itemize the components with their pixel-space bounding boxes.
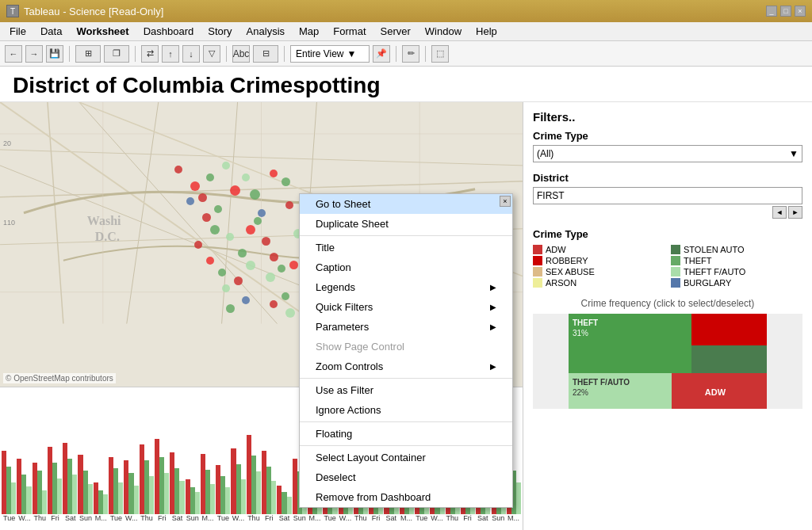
view-size-button[interactable]: ⊟ xyxy=(253,45,278,63)
ctx-ignore-actions[interactable]: Ignore Actions xyxy=(300,400,512,420)
day-label: Thu xyxy=(139,514,154,522)
bar-segment xyxy=(57,479,62,514)
app-icon: T xyxy=(6,5,19,17)
legend-title: Crime Type xyxy=(533,228,802,240)
crime-type-dropdown[interactable]: (All) ▼ xyxy=(533,145,802,162)
ctx-caption[interactable]: Caption xyxy=(300,257,512,277)
bar-group xyxy=(94,482,108,514)
ctx-deselect[interactable]: Deselect xyxy=(300,467,512,487)
ctx-legends[interactable]: Legends ▶ xyxy=(300,277,512,297)
ctx-remove-from-dashboard[interactable]: Remove from Dashboard xyxy=(300,487,512,507)
ctx-floating[interactable]: Floating xyxy=(300,424,512,444)
ctx-title[interactable]: Title xyxy=(300,238,512,257)
crime-dot xyxy=(222,284,230,292)
legend-label: ARSON xyxy=(546,278,576,288)
ctx-legends-label: Legends xyxy=(316,281,355,293)
ctx-legends-arrow: ▶ xyxy=(490,283,496,292)
ctx-zoom-controls-label: Zoom Controls xyxy=(316,360,383,372)
district-input[interactable]: FIRST xyxy=(533,187,802,204)
pin-button[interactable]: 📌 xyxy=(373,45,390,63)
ctx-quick-filters[interactable]: Quick Filters ▶ xyxy=(300,297,512,317)
district-value: FIRST xyxy=(537,190,565,201)
window-title: Tableau - Science [Read-Only] xyxy=(24,6,163,17)
menu-analysis[interactable]: Analysis xyxy=(240,24,291,39)
svg-line-3 xyxy=(127,102,159,324)
ctx-duplicate-sheet[interactable]: Duplicate Sheet xyxy=(300,214,512,234)
day-label: Thu xyxy=(445,514,460,522)
menu-format[interactable]: Format xyxy=(327,24,372,39)
crime-dot xyxy=(206,173,214,181)
menu-worksheet[interactable]: Worksheet xyxy=(70,24,135,39)
svg-text:THEFT: THEFT xyxy=(573,318,598,327)
sep6 xyxy=(425,46,426,62)
view-dropdown[interactable]: Entire View ▼ xyxy=(290,45,370,63)
day-label: Sun xyxy=(491,514,506,522)
menu-window[interactable]: Window xyxy=(419,24,468,39)
day-label: Fri xyxy=(460,514,475,522)
label-button[interactable]: Abc xyxy=(232,45,250,63)
legend-label: SEX ABUSE xyxy=(546,267,595,276)
menu-help[interactable]: Help xyxy=(469,24,504,39)
scroll-prev-button[interactable]: ◄ xyxy=(772,206,787,219)
day-label: W... xyxy=(429,514,444,522)
back-button[interactable]: ← xyxy=(5,45,22,63)
window-controls: _ □ × xyxy=(766,6,806,17)
crime-dot xyxy=(198,193,207,202)
bar-segment xyxy=(134,486,139,514)
filter-button[interactable]: ▽ xyxy=(203,45,220,63)
crime-dot xyxy=(202,213,211,222)
new-worksheet-button[interactable]: ⊞ xyxy=(75,45,101,63)
day-label: Sun xyxy=(78,514,93,522)
menu-data[interactable]: Data xyxy=(34,24,68,39)
svg-text:31%: 31% xyxy=(573,329,588,337)
edit-button[interactable]: ✏ xyxy=(402,45,419,63)
forward-button[interactable]: → xyxy=(25,45,43,63)
treemap-robbery[interactable] xyxy=(691,314,767,345)
day-label: Sat xyxy=(170,514,185,522)
minimize-button[interactable]: _ xyxy=(766,6,777,17)
ctx-parameters[interactable]: Parameters ▶ xyxy=(300,317,512,337)
swap-button[interactable]: ⇄ xyxy=(141,45,159,63)
sort-asc-button[interactable]: ↑ xyxy=(162,45,179,63)
district-label: District xyxy=(533,172,802,184)
close-button[interactable]: × xyxy=(795,6,806,17)
ctx-use-as-filter[interactable]: Use as Filter xyxy=(300,380,512,400)
crime-dot xyxy=(190,181,200,191)
save-button[interactable]: 💾 xyxy=(46,45,63,63)
menu-dashboard[interactable]: Dashboard xyxy=(137,24,201,39)
bar-segment xyxy=(88,484,93,514)
treemap-stolen-auto[interactable] xyxy=(691,345,767,373)
bar-segment xyxy=(164,473,169,514)
bar-segment xyxy=(225,487,230,514)
bar-segment xyxy=(42,490,47,514)
legend-color-burglary xyxy=(671,278,680,288)
menu-map[interactable]: Map xyxy=(293,24,325,39)
menu-server[interactable]: Server xyxy=(374,24,417,39)
legend-item: SEX ABUSE xyxy=(533,267,665,276)
ctx-zoom-controls[interactable]: Zoom Controls ▶ xyxy=(300,357,512,376)
bar-group xyxy=(124,460,138,514)
treemap[interactable]: THEFT 31% THEFT F/AUTO 22% ADW xyxy=(533,314,802,409)
day-label: M... xyxy=(200,514,215,522)
maximize-button[interactable]: □ xyxy=(780,6,791,17)
crime-dot xyxy=(282,292,289,300)
sort-desc-button[interactable]: ↓ xyxy=(182,45,200,63)
menu-story[interactable]: Story xyxy=(201,24,238,39)
duplicate-button[interactable]: ❐ xyxy=(104,45,129,63)
context-menu-close[interactable]: × xyxy=(500,196,511,207)
bar-segment xyxy=(103,494,108,514)
day-label: Tue xyxy=(414,514,429,522)
scroll-next-button[interactable]: ► xyxy=(788,206,802,219)
legend-label: STOLEN AUTO xyxy=(684,245,745,254)
day-label: Fri xyxy=(155,514,170,522)
ctx-select-layout-container[interactable]: Select Layout Container xyxy=(300,448,512,467)
menu-file[interactable]: File xyxy=(3,24,33,39)
district-filter: District FIRST ◄ ► xyxy=(533,172,802,219)
day-label: Sat xyxy=(277,514,292,522)
ctx-floating-label: Floating xyxy=(316,428,352,440)
ctx-go-to-sheet[interactable]: Go to Sheet xyxy=(300,194,512,214)
crime-dot xyxy=(210,225,220,234)
bar-group xyxy=(186,479,200,514)
present-button[interactable]: ⬚ xyxy=(431,45,449,63)
title-bar: T Tableau - Science [Read-Only] _ □ × xyxy=(0,0,812,22)
